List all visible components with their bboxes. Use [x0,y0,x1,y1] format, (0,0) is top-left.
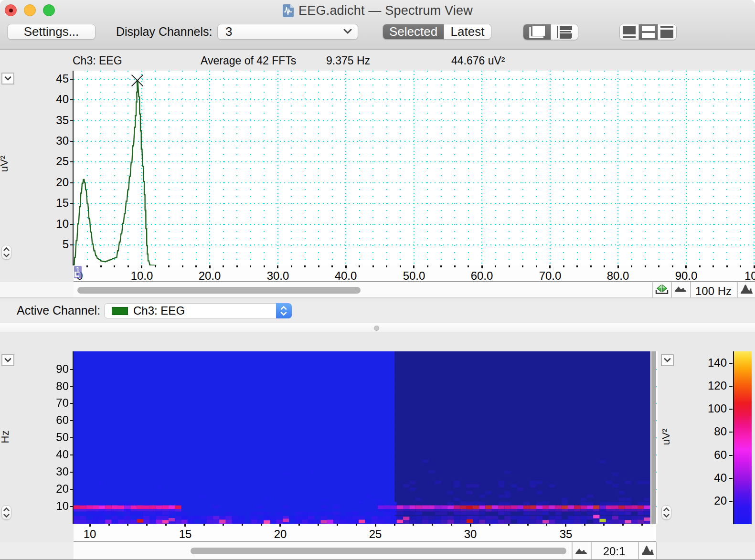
plot-area-view-button[interactable] [523,24,551,40]
spectrum-x-tick-label: 10.0 [131,269,153,283]
autofit-horizontal-icon[interactable] [655,285,669,295]
colorbar-tick [729,386,733,387]
active-channel-value: Ch3: EEG [133,304,185,317]
control-divider [737,282,738,297]
spectrogram-heatmap[interactable] [74,351,650,524]
spectrogram-y-tick-label: 90 [50,362,69,376]
document-icon [282,4,294,18]
spectrum-x-tick [522,265,523,267]
spectrogram-y-tick [70,420,73,421]
spectrum-x-tick [114,265,115,267]
panel-splitter[interactable] [0,323,755,332]
window-title-area: EEG.adicht — Spectrum View [0,3,755,18]
spectrum-x-tick [427,265,428,267]
spectrum-x-tick [576,265,578,267]
spectrum-y-tick-label: 5 [50,238,69,251]
spectrum-y-tick-label: 30 [50,134,69,148]
spectrogram-hscale-value[interactable]: 20:1 [603,545,626,558]
spectrogram-x-tick-label: 10 [84,528,96,541]
spectrum-x-tick [712,265,714,267]
settings-button[interactable]: Settings... [7,24,96,40]
control-divider [572,542,573,559]
segment-latest[interactable]: Latest [444,24,491,39]
spectrum-x-tick-label: 60.0 [471,269,493,283]
chevron-down-icon [4,76,11,81]
spectrum-average: Average of 42 FFTs [201,54,296,67]
list-view-button[interactable] [551,24,578,40]
spectrogram-x-tick [337,524,338,526]
control-divider [591,542,592,559]
spectrogram-x-tick [641,524,643,526]
spectrogram-x-tick [489,524,490,526]
chevron-down-icon [4,358,11,362]
spectrogram-y-tick [70,454,73,455]
spectrogram-vscale-stepper-left[interactable] [1,505,11,520]
spectrogram-only-icon [660,26,673,38]
spectrum-options-dropdown[interactable] [1,73,14,85]
spectrogram-x-tick [146,524,148,526]
spectrum-scrollbar-row: 100 Hz [0,282,755,298]
active-channel-label: Active Channel: [17,298,100,323]
colorbar-tick-label: 20 [698,494,727,507]
spectrum-plot[interactable] [74,71,755,265]
spectrogram-x-tick-label: 15 [179,528,192,541]
spectrum-x-tick [495,265,496,267]
spectrum-x-tick-label: 80.0 [607,269,629,283]
spectrum-x-tick [413,265,415,268]
marker-1-badge[interactable]: 1 [74,266,82,278]
spectrogram-only-button[interactable] [658,24,676,40]
active-channel-popup[interactable]: Ch3: EEG [104,303,291,318]
segment-selected[interactable]: Selected [383,24,444,39]
spectrogram-scroll-thumb[interactable] [191,548,566,554]
expand-horizontal-icon[interactable] [741,284,753,294]
spectrum-vscale-stepper[interactable] [1,245,11,260]
colorbar-tick-label: 80 [698,425,727,438]
spectrogram-x-tick [413,524,414,526]
expand-horizontal-icon[interactable] [642,545,654,555]
chevron-down-icon [280,312,287,316]
chevron-down-icon [343,29,352,34]
spectrogram-vscale-stepper-right[interactable] [661,505,671,520]
colorbar-tick [729,455,733,456]
spectrum-x-tick [277,265,278,268]
spectrum-y-tick [70,182,73,183]
spectrum-x-tick [264,265,265,267]
spectrum-x-tick-label: 20.0 [199,269,221,283]
spectrogram-y-tick [70,369,73,370]
spectrum-y-axis-label: uV² [0,156,11,172]
split-view-button[interactable] [638,24,657,40]
spectrogram-plot[interactable] [74,351,658,524]
compress-horizontal-icon[interactable] [575,548,587,554]
spectrum-x-tick [128,265,129,267]
spectrogram-y-tick [70,386,73,387]
colorbar-tick-label: 140 [698,356,727,370]
spectrum-x-tick [549,265,551,268]
spectrogram-options-dropdown-right[interactable] [661,354,674,366]
spectrum-x-tick-label: 40.0 [335,269,357,283]
spectrum-y-tick [70,203,73,204]
colorbar-tick-label: 120 [698,379,727,392]
colorbar-tick-label: 40 [698,471,727,485]
spectrogram-options-dropdown-left[interactable] [1,354,14,366]
layout-segmented-control [619,24,677,40]
spectrum-x-tick [168,265,170,267]
spectrogram-x-tick [527,524,529,526]
spectrogram-x-tick [451,524,452,526]
spectrogram-y-tick-label: 40 [50,448,69,461]
compress-horizontal-icon[interactable] [675,285,687,292]
splitter-handle[interactable] [374,326,379,331]
display-channels-select[interactable]: 3 [217,24,358,40]
spectrum-scroll-thumb[interactable] [77,287,361,294]
spectrum-curve [74,81,156,265]
chevron-up-icon [663,507,670,511]
spectrum-hscale-value[interactable]: 100 Hz [695,285,732,298]
control-divider [656,542,657,559]
spectrogram-x-tick [546,524,547,526]
spectrum-only-button[interactable] [620,24,638,40]
chevron-down-icon [3,514,10,518]
chevron-up-icon [3,247,10,251]
spectrum-y-tick [70,120,73,121]
spectrum-x-tick [590,265,592,267]
spectrogram-x-tick [622,524,624,526]
chevron-up-icon [3,507,10,511]
